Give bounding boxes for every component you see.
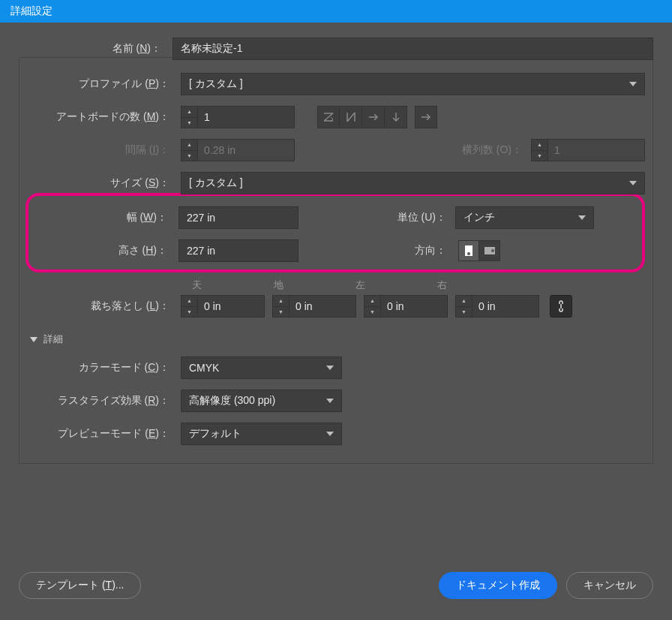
bleed-top-stepper[interactable]: ▲▼ [181,295,265,318]
arrow-down-icon[interactable] [385,106,407,128]
units-label: 単位 (U)： [335,211,455,224]
bleed-top-input[interactable] [197,295,265,318]
stepper-down-icon[interactable]: ▼ [182,307,197,318]
bleed-link-button[interactable] [550,295,572,318]
chevron-down-icon [629,82,637,86]
spacing-label: 間隔 (I)： [27,143,181,157]
chevron-down-icon [629,181,637,185]
orientation-label: 方向： [335,244,455,257]
stepper-down-icon[interactable]: ▼ [182,118,197,128]
bleed-right-input[interactable] [472,295,539,318]
template-button[interactable]: テンプレート (T)... [19,572,141,599]
landscape-icon [484,247,495,254]
stepper-up-icon: ▲ [182,140,197,151]
preview-select[interactable]: デフォルト [181,423,342,445]
spacing-stepper: ▲▼ [181,139,295,161]
artboards-label: アートボードの数 (M)： [27,110,181,124]
columns-label: 横列数 (O)： [462,143,531,157]
dialog-body: 名前 (N)： プロファイル (P)： [ カスタム ] アートボードの数 (M… [0,23,672,471]
size-select[interactable]: [ カスタム ] [181,172,645,194]
bleed-label: 裁ち落とし (L)： [27,299,181,313]
spacing-input [197,139,295,161]
grid-n-icon[interactable] [340,106,362,128]
stepper-up-icon[interactable]: ▲ [182,107,197,118]
cancel-button[interactable]: キャンセル [566,572,653,599]
colormode-select[interactable]: CMYK [181,357,342,379]
dialog-title: 詳細設定 [0,0,672,23]
orientation-landscape-button[interactable] [479,240,500,261]
chevron-down-icon [326,432,334,436]
stepper-down-icon[interactable]: ▼ [456,307,472,318]
bleed-bottom-stepper[interactable]: ▲▼ [272,295,356,318]
colormode-label: カラーモード (C)： [27,361,181,375]
grid-z-icon[interactable] [317,106,340,128]
portrait-icon [465,245,472,256]
stepper-up-icon[interactable]: ▲ [456,296,472,307]
name-input[interactable] [172,38,653,60]
layout-grid-buttons [317,106,407,128]
bleed-bottom-input[interactable] [289,295,356,318]
artboards-stepper[interactable]: ▲▼ [181,106,295,128]
profile-select[interactable]: [ カスタム ] [181,73,645,95]
units-select[interactable]: インチ [455,206,594,229]
stepper-down-icon: ▼ [182,151,197,161]
arrow-right-icon[interactable] [362,106,385,128]
chevron-down-icon [326,366,334,370]
orientation-portrait-button[interactable] [458,240,479,261]
bleed-left-input[interactable] [380,295,448,318]
width-input[interactable] [178,206,298,229]
height-label: 高さ (H)： [36,244,178,257]
bleed-left-stepper[interactable]: ▲▼ [364,295,448,318]
triangle-down-icon [30,337,38,342]
profile-label: プロファイル (P)： [27,77,181,91]
size-label: サイズ (S)： [27,176,181,190]
height-input[interactable] [178,239,298,262]
width-label: 幅 (W)： [36,211,178,224]
chevron-down-icon [578,215,586,220]
advanced-disclosure[interactable]: 詳細 [30,333,645,346]
stepper-down-icon[interactable]: ▼ [273,307,289,318]
columns-stepper: ▲▼ [531,139,645,161]
dialog-footer: テンプレート (T)... ドキュメント作成 キャンセル [19,572,653,599]
stepper-down-icon[interactable]: ▼ [364,307,380,318]
stepper-up-icon: ▲ [532,140,548,151]
stepper-up-icon[interactable]: ▲ [182,296,197,307]
dimensions-highlight: 幅 (W)： 単位 (U)： インチ 高さ (H)： [26,193,645,272]
stepper-up-icon[interactable]: ▲ [364,296,380,307]
create-document-button[interactable]: ドキュメント作成 [439,572,557,599]
raster-select[interactable]: 高解像度 (300 ppi) [181,390,342,412]
preview-label: プレビューモード (E)： [27,427,181,441]
artboards-input[interactable] [197,106,295,128]
columns-input [548,139,645,161]
document-settings-group: プロファイル (P)： [ カスタム ] アートボードの数 (M)： ▲▼ [19,57,653,464]
link-icon [556,300,566,312]
bleed-headers: 天 地 左 右 [192,278,645,292]
name-label: 名前 (N)： [19,42,172,56]
chevron-down-icon [326,399,334,403]
stepper-up-icon[interactable]: ▲ [273,296,289,307]
raster-label: ラスタライズ効果 (R)： [27,394,181,408]
arrow-right-solo-icon[interactable] [415,106,437,128]
stepper-down-icon: ▼ [532,151,548,161]
bleed-right-stepper[interactable]: ▲▼ [455,295,539,318]
